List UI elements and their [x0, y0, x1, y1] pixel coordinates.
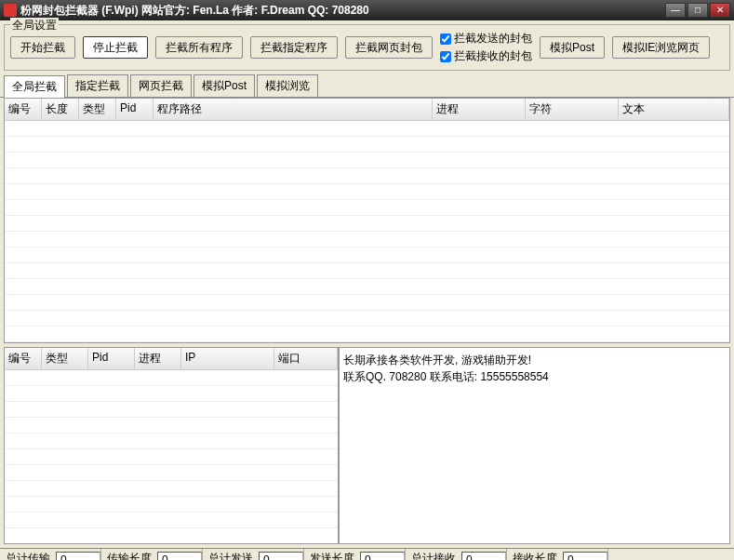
table-row[interactable]	[5, 513, 338, 528]
table-row[interactable]	[5, 449, 338, 465]
col-process[interactable]: 进程	[433, 99, 526, 120]
table-row[interactable]	[5, 153, 729, 168]
col2-id[interactable]: 编号	[5, 348, 42, 369]
maximize-button[interactable]: □	[687, 3, 708, 18]
tab-browse[interactable]: 模拟浏览	[257, 74, 318, 97]
intercept-recv-checkbox[interactable]: 拦截接收的封包	[440, 48, 532, 64]
table-row[interactable]	[5, 247, 729, 263]
table-row[interactable]	[5, 386, 338, 402]
intercept-all-button[interactable]: 拦截所有程序	[155, 36, 243, 59]
col2-ip[interactable]: IP	[181, 348, 274, 369]
table-row[interactable]	[5, 481, 338, 497]
intercept-specific-button[interactable]: 拦截指定程序	[250, 36, 338, 59]
transfer-len-label: 传输长度	[101, 551, 157, 560]
col-id[interactable]: 编号	[5, 99, 42, 120]
table-row[interactable]	[5, 402, 338, 418]
table-row[interactable]	[5, 121, 729, 137]
titlebar: 粉网封包拦截器 (F.Wpi) 网站官方: Fen.La 作者: F.Dream…	[0, 0, 734, 20]
col-text[interactable]: 文本	[619, 99, 729, 120]
main-grid-header: 编号 长度 类型 Pid 程序路径 进程 字符 文本	[5, 99, 729, 121]
recv-len-label: 接收长度	[507, 551, 563, 560]
stop-intercept-button[interactable]: 停止拦截	[83, 36, 148, 59]
app-icon	[4, 4, 17, 17]
group-title: 全局设置	[10, 18, 59, 33]
window-title: 粉网封包拦截器 (F.Wpi) 网站官方: Fen.La 作者: F.Dream…	[20, 3, 665, 19]
table-row[interactable]	[5, 418, 338, 433]
table-row[interactable]	[5, 216, 729, 232]
col2-type[interactable]: 类型	[42, 348, 88, 369]
table-row[interactable]	[5, 232, 729, 247]
lower-grid-body[interactable]	[5, 370, 338, 544]
intercept-web-button[interactable]: 拦截网页封包	[345, 36, 433, 59]
main-grid-body[interactable]	[5, 121, 729, 343]
col-pid[interactable]: Pid	[116, 99, 153, 120]
tab-global[interactable]: 全局拦截	[4, 75, 65, 98]
minimize-button[interactable]: —	[665, 3, 686, 18]
send-len-value: 0	[360, 552, 405, 561]
global-settings-group: 全局设置 开始拦截 停止拦截 拦截所有程序 拦截指定程序 拦截网页封包 拦截发送…	[4, 24, 730, 71]
table-row[interactable]	[5, 200, 729, 216]
lower-grid-header: 编号 类型 Pid 进程 IP 端口	[5, 348, 338, 370]
table-row[interactable]	[5, 184, 729, 200]
info-box[interactable]: 长期承接各类软件开发, 游戏辅助开发! 联系QQ. 708280 联系电话: 1…	[339, 347, 730, 544]
col2-port[interactable]: 端口	[274, 348, 338, 369]
table-row[interactable]	[5, 528, 338, 544]
close-button[interactable]: ✕	[710, 3, 730, 18]
col2-pid[interactable]: Pid	[88, 348, 135, 369]
col-char[interactable]: 字符	[526, 99, 619, 120]
simulate-ie-button[interactable]: 模拟IE浏览网页	[612, 36, 710, 59]
table-row[interactable]	[5, 168, 729, 184]
table-row[interactable]	[5, 137, 729, 153]
total-recv-label: 总计接收	[406, 551, 461, 560]
table-row[interactable]	[5, 370, 338, 386]
table-row[interactable]	[5, 497, 338, 513]
tab-web[interactable]: 网页拦截	[130, 74, 192, 97]
total-send-value: 0	[259, 552, 303, 561]
main-grid[interactable]: 编号 长度 类型 Pid 程序路径 进程 字符 文本	[4, 98, 730, 343]
tab-bar: 全局拦截 指定拦截 网页拦截 模拟Post 模拟浏览	[0, 74, 734, 98]
transfer-len-value: 0	[157, 552, 202, 561]
send-len-label: 发送长度	[304, 551, 360, 560]
table-row[interactable]	[5, 311, 729, 327]
simulate-post-button[interactable]: 模拟Post	[540, 36, 605, 59]
total-send-label: 总计发送	[203, 551, 259, 560]
col-type[interactable]: 类型	[79, 99, 116, 120]
table-row[interactable]	[5, 327, 729, 342]
table-row[interactable]	[5, 263, 729, 279]
start-intercept-button[interactable]: 开始拦截	[10, 36, 75, 59]
tab-specific[interactable]: 指定拦截	[67, 74, 128, 97]
table-row[interactable]	[5, 433, 338, 449]
checkbox-column: 拦截发送的封包 拦截接收的封包	[440, 31, 532, 64]
col-length[interactable]: 长度	[42, 99, 79, 120]
total-transfer-label: 总计传输	[0, 551, 56, 560]
col2-process[interactable]: 进程	[135, 348, 181, 369]
table-row[interactable]	[5, 295, 729, 311]
recv-len-value: 0	[563, 552, 607, 561]
tab-post[interactable]: 模拟Post	[194, 74, 255, 97]
table-row[interactable]	[5, 279, 729, 295]
table-row[interactable]	[5, 465, 338, 481]
total-transfer-value: 0	[56, 552, 100, 561]
total-recv-value: 0	[461, 552, 506, 561]
lower-grid[interactable]: 编号 类型 Pid 进程 IP 端口	[4, 347, 339, 544]
status-bar: 总计传输0 传输长度0 总计发送0 发送长度0 总计接收0 接收长度0	[0, 548, 734, 560]
col-path[interactable]: 程序路径	[153, 99, 433, 120]
intercept-send-checkbox[interactable]: 拦截发送的封包	[440, 31, 532, 47]
